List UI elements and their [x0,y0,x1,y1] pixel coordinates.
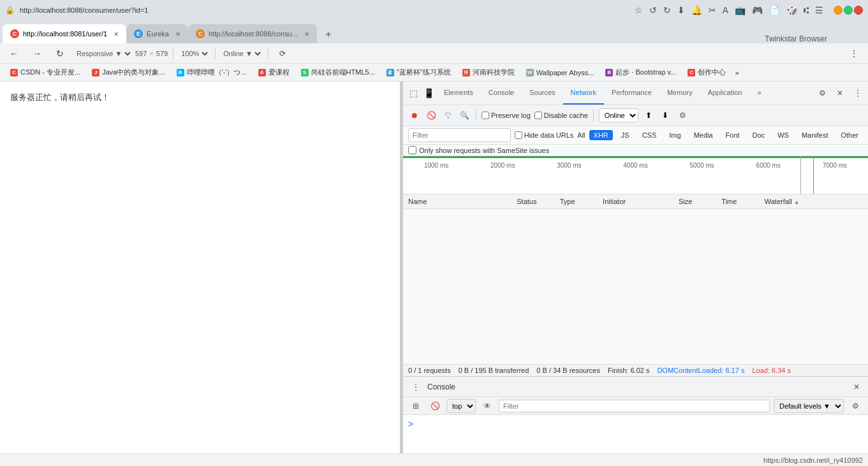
filter-media[interactable]: Media [689,130,717,140]
zoom-select[interactable]: 100% [179,49,210,58]
close-button[interactable]: ✕ [854,6,863,15]
rotate-icon[interactable]: ⟳ [274,45,291,62]
console-menu-btn[interactable]: ⋮ [408,379,423,395]
reload-icon[interactable]: ↻ [663,5,671,15]
game-icon[interactable]: 🎮 [752,5,763,15]
translate-icon[interactable]: A [723,5,728,15]
notification-icon[interactable]: 🔔 [691,5,702,15]
responsive-select[interactable]: Responsive ▼ [74,49,133,58]
console-close-btn[interactable]: ✕ [850,381,863,393]
online-emulation-select[interactable]: Online ▼ [221,49,263,58]
back-button[interactable]: ← [5,45,23,62]
devtools-close-btn[interactable]: ✕ [832,85,848,101]
console-levels-select[interactable]: Default levels ▼ [774,399,844,413]
status-dom-content-loaded[interactable]: DOMContentLoaded: 6.17 s [657,367,744,374]
filter-doc[interactable]: Doc [748,130,770,140]
tab-memory[interactable]: Memory [659,82,700,105]
filter-ws[interactable]: WS [773,130,793,140]
filter-xhr[interactable]: XHR [589,130,613,140]
reload-page-button[interactable]: ↻ [51,45,69,62]
filter-button[interactable]: ▽ [441,109,454,122]
network-settings-btn[interactable]: ⚙ [675,108,691,123]
filter-input[interactable] [408,128,511,142]
col-header-waterfall[interactable]: Waterfall ▲ [760,194,868,208]
console-sidebar-btn[interactable]: ⊞ [408,398,423,414]
filter-img[interactable]: Img [665,130,685,140]
bookmark-icourse[interactable]: A 爱课程 [253,66,295,78]
col-header-status[interactable]: Status [511,194,554,208]
status-load[interactable]: Load: 6.34 s [752,367,791,374]
forward-button[interactable]: → [28,45,46,62]
docs-icon[interactable]: 📄 [769,5,780,15]
tab-close-2[interactable]: ✕ [175,31,180,38]
tab-console[interactable]: Console [481,82,522,105]
disable-cache-label[interactable]: Disable cache [534,112,588,119]
filter-js[interactable]: JS [617,130,634,140]
menu-icon[interactable]: ☰ [815,5,823,15]
filter-manifest[interactable]: Manifest [797,130,833,140]
devtools-settings-btn[interactable]: ⚙ [814,85,830,101]
online-select[interactable]: Online [599,108,638,122]
devtools-dock-btn[interactable]: ⋮ [850,85,865,101]
bookmark-bootstrap[interactable]: B 起步 · Bootstrap v... [600,66,681,78]
devtools-menu[interactable]: ⋮ [845,45,863,62]
console-context-select[interactable]: top [446,399,476,413]
filter-css[interactable]: CSS [638,130,661,140]
bookmark-create[interactable]: C 创作中心 [682,66,731,78]
tab-performance[interactable]: Performance [604,82,659,105]
col-header-size[interactable]: Size [673,194,716,208]
console-filter-input[interactable] [499,400,770,412]
bookmark-lanqiao[interactable]: 蓝 "蓝桥杯"练习系统 [381,66,456,78]
bookmark-bilibili[interactable]: B 哔哩哔哩（'-'）つ... [172,66,252,78]
tab-more[interactable]: » [749,82,769,105]
download-icon[interactable]: ⬇ [677,5,685,15]
col-header-initiator[interactable]: Initiator [598,194,673,208]
tab-elements[interactable]: Elements [436,82,481,105]
stop-button[interactable]: 🚫 [425,109,438,122]
bookmark-wallpaper[interactable]: W Wallpaper Abyss... [521,68,600,78]
console-settings-btn[interactable]: ⚙ [848,398,863,414]
tab-network[interactable]: Network [563,82,604,105]
console-eye-btn[interactable]: 👁 [480,398,495,414]
preserve-log-checkbox[interactable] [482,112,489,119]
bookmark-java[interactable]: J Java中的类与对象... [87,66,170,78]
dice-icon[interactable]: 🎲 [786,5,797,15]
search-button[interactable]: 🔍 [458,109,471,122]
devtools-mobile-btn[interactable]: 📱 [421,85,436,101]
minimize-button[interactable]: _ [834,6,842,15]
bookmark-atguigu[interactable]: S 尚硅谷前端HTML5... [296,66,380,78]
refresh-icon[interactable]: ↺ [649,5,657,15]
hide-data-urls-checkbox[interactable] [515,131,522,139]
maximize-button[interactable]: □ [844,6,853,15]
filter-other[interactable]: Other [836,130,863,140]
filter-font[interactable]: Font [721,130,744,140]
same-site-checkbox[interactable] [408,146,416,154]
tab-close-1[interactable]: ✕ [114,31,119,38]
bookmark-star-icon[interactable]: ☆ [635,5,643,15]
tab-close-3[interactable]: ✕ [304,31,309,38]
bookmark-csdn[interactable]: C CSDN - 专业开发... [5,66,85,78]
tab-application[interactable]: Application [700,82,750,105]
preserve-log-label[interactable]: Preserve log [482,112,531,119]
col-header-name[interactable]: Name [403,194,511,208]
hide-data-urls-label[interactable]: Hide data URLs [515,131,574,139]
new-tab-button[interactable]: + [320,25,337,43]
download-icon-btn[interactable]: ⬇ [659,109,672,122]
tab-eureka[interactable]: E Eureka ✕ [126,24,188,43]
console-clear-btn[interactable]: 🚫 [427,398,443,414]
bookmark-henan[interactable]: 河 河南科技学院 [457,66,520,78]
git-icon[interactable]: ⑆ [804,5,809,15]
tv-icon[interactable]: 📺 [735,5,746,15]
bookmarks-more[interactable]: » [732,68,741,78]
console-prompt[interactable]: > [408,419,863,429]
upload-icon-btn[interactable]: ⬆ [642,109,655,122]
disable-cache-checkbox[interactable] [534,112,542,119]
col-header-time[interactable]: Time [716,194,759,208]
tab-sources[interactable]: Sources [522,82,563,105]
record-button[interactable]: ⏺ [408,109,421,122]
col-header-type[interactable]: Type [555,194,598,208]
devtools-inspect-btn[interactable]: ⬚ [406,85,421,101]
tab-localhost-8081[interactable]: C http://localhost:8081/user/1 ✕ [3,24,126,43]
tab-localhost-8088[interactable]: C http://localhost:8088/consu... ✕ [188,24,317,43]
clip-icon[interactable]: ✂ [709,5,716,15]
